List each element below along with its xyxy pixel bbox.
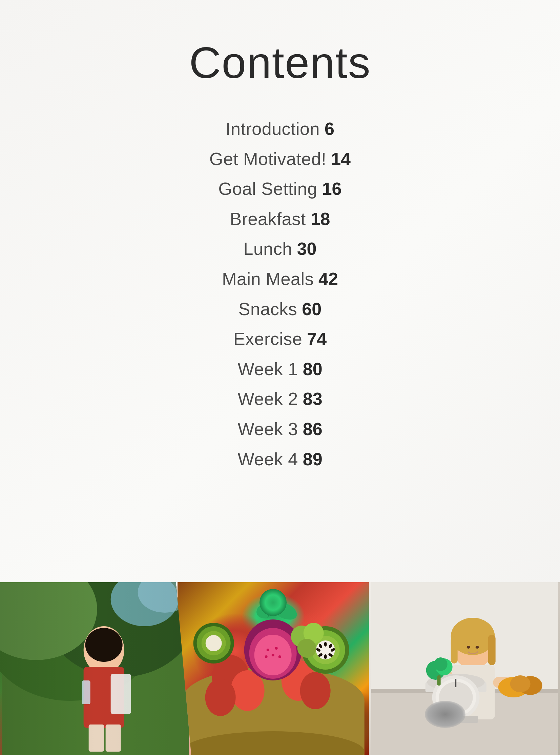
svg-point-1 — [0, 582, 155, 701]
svg-point-12 — [85, 628, 123, 662]
svg-point-4 — [111, 582, 179, 626]
toc-item: Lunch30 — [243, 235, 316, 263]
toc-number: 30 — [297, 235, 317, 263]
toc-number: 16 — [322, 175, 342, 203]
toc-item: Week 283 — [238, 385, 322, 413]
toc-item: Week 489 — [238, 445, 322, 473]
svg-point-30 — [279, 655, 281, 658]
image-panel-1 — [0, 582, 191, 755]
toc-number: 60 — [302, 296, 321, 323]
toc-number: 86 — [303, 415, 322, 443]
svg-point-40 — [324, 654, 327, 659]
image-panel-3 — [369, 582, 560, 755]
svg-rect-8 — [89, 724, 104, 752]
toc-label: Main Meals — [222, 265, 314, 293]
toc-item: Snacks60 — [239, 296, 321, 323]
svg-point-22 — [300, 672, 331, 709]
title-section: Contents — [189, 37, 371, 88]
toc-number: 83 — [303, 385, 322, 413]
svg-rect-9 — [106, 724, 121, 752]
svg-point-36 — [324, 642, 327, 647]
table-of-contents: Introduction6Get Motivated!14Goal Settin… — [209, 115, 351, 473]
svg-rect-11 — [82, 680, 91, 704]
toc-label: Goal Setting — [218, 175, 317, 203]
toc-label: Week 2 — [238, 385, 298, 413]
toc-item: Week 180 — [238, 356, 322, 383]
svg-rect-10 — [111, 674, 131, 714]
toc-item: Goal Setting16 — [218, 175, 341, 203]
page: Contents Introduction6Get Motivated!14Go… — [0, 0, 560, 755]
toc-number: 42 — [318, 265, 338, 293]
svg-rect-7 — [84, 667, 124, 728]
image-panel-2 — [178, 582, 368, 755]
toc-number: 74 — [307, 325, 326, 353]
svg-point-80 — [475, 646, 479, 649]
toc-label: Week 1 — [238, 356, 298, 383]
toc-label: Snacks — [239, 296, 297, 323]
toc-label: Breakfast — [230, 205, 306, 233]
svg-point-29 — [265, 655, 268, 658]
svg-point-50 — [254, 597, 285, 622]
toc-item: Main Meals42 — [222, 265, 338, 293]
toc-label: Introduction — [226, 115, 320, 143]
page-title: Contents — [189, 37, 371, 88]
svg-rect-71 — [434, 716, 478, 723]
svg-point-26 — [267, 649, 269, 651]
toc-item: Week 386 — [238, 415, 322, 443]
toc-number: 14 — [331, 145, 351, 173]
toc-label: Lunch — [243, 235, 292, 263]
svg-point-46 — [206, 635, 222, 651]
toc-label: Exercise — [234, 325, 302, 353]
toc-label: Get Motivated! — [209, 145, 326, 173]
toc-item: Breakfast18 — [230, 205, 330, 233]
toc-label: Week 3 — [238, 415, 298, 443]
toc-label: Week 4 — [238, 445, 298, 473]
toc-number: 6 — [324, 115, 334, 143]
toc-item: Get Motivated!14 — [209, 145, 351, 173]
toc-item: Introduction6 — [226, 115, 334, 143]
svg-point-27 — [275, 647, 278, 650]
toc-number: 80 — [303, 356, 322, 383]
svg-point-2 — [46, 582, 192, 677]
svg-point-49 — [297, 639, 316, 658]
svg-point-74 — [434, 657, 447, 671]
images-row — [0, 582, 560, 755]
svg-point-79 — [466, 646, 470, 649]
svg-rect-0 — [2, 582, 189, 755]
svg-point-20 — [205, 679, 236, 716]
svg-point-3 — [0, 582, 97, 660]
svg-point-6 — [84, 626, 124, 674]
svg-rect-62 — [488, 635, 495, 665]
svg-point-28 — [272, 654, 275, 656]
svg-rect-75 — [437, 675, 440, 686]
toc-number: 89 — [303, 445, 322, 473]
svg-rect-61 — [451, 636, 457, 663]
svg-point-78 — [510, 675, 530, 692]
toc-item: Exercise74 — [234, 325, 326, 353]
toc-number: 18 — [311, 205, 330, 233]
